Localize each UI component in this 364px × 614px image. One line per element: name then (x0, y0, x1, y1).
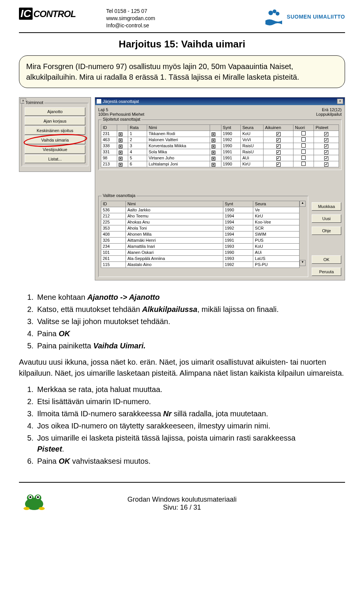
list-item[interactable]: 101Alanen Oskari1990AUi (101, 249, 300, 255)
instructions-callout: Mira Forsgren (ID-numero 97) osallistuu … (19, 55, 345, 88)
svg-point-9 (37, 496, 39, 498)
page-footer: Grodan Windows koulutusmateriaali Sivu: … (19, 483, 345, 523)
footer-line2: Sivu: 16 / 31 (49, 504, 315, 512)
frog-icon (19, 485, 49, 512)
steps-list-2: Merkkaa se rata, jota haluat muuttaa. Et… (36, 384, 345, 467)
col-header: Pisteet (314, 124, 339, 131)
table-row[interactable]: 331▾4Sola Mika▾1991RaisU✔✔ (101, 149, 339, 155)
btn-vaihda-uimaria[interactable]: Vaihda uimaria (25, 136, 85, 144)
logo-control-text: CONTROL (33, 9, 76, 19)
list-item[interactable]: 212Aho Teemu1994KirU (101, 213, 300, 219)
list-item[interactable]: 536Aalto Jarkko1990Ve (101, 207, 300, 213)
col-header: Seura (253, 201, 300, 207)
select-fieldset: Valitse osanottaja IDNimiSyntSeura 536Aa… (98, 196, 308, 277)
btn-muokkaa[interactable]: Muokkaa (312, 202, 341, 211)
dialog-close-icon[interactable]: × (337, 99, 343, 104)
btn-keskinainen[interactable]: Keskinäinen sijoitus (25, 126, 85, 135)
swimming-icon (265, 8, 283, 26)
scroll-up-icon[interactable]: ▲ (300, 201, 306, 207)
step2-3: Ilmoita tämä ID-numero sarakkeessa Nr si… (36, 408, 345, 419)
org-name: SUOMEN UIMALIITTO (287, 14, 345, 20)
footer-line1: Grodan Windows koulutusmateriaali (49, 496, 315, 504)
btn-ok[interactable]: OK (312, 255, 341, 264)
org-logo-block: SUOMEN UIMALIITTO (231, 8, 345, 26)
paragraph-mid: Avautuu uusi ikkuna, jossa näet ko. erän… (19, 357, 345, 379)
placed-fieldset: Sijoitetut osanottajat IDRataNimiSyntSeu… (98, 120, 342, 170)
col-header: Synt (221, 124, 241, 131)
step2-2: Etsi lisättävän uimarin ID-numero. (36, 396, 345, 407)
logo-ic-control: ICCONTROL (19, 8, 106, 20)
list-item[interactable]: 234Alamattila Inari1993KoU (101, 243, 300, 249)
screenshot-area: × Toiminnot Ajanotto Ajan korjaus Keskin… (19, 97, 345, 280)
col-header (117, 124, 128, 131)
list-item[interactable]: 225Ahokas Anu1994Koo-Vee (101, 219, 300, 225)
svg-point-0 (268, 11, 273, 15)
list-item[interactable]: 353Ahola Toni1992SCR (101, 225, 300, 231)
svg-point-1 (273, 9, 276, 13)
scrollbar[interactable]: ▲ ▼ (300, 201, 306, 268)
list-item[interactable]: 326Aittamäki Henri1991PUS (101, 237, 300, 243)
step2-5: Jos uimarille ei lasketa pisteitä tässä … (36, 433, 345, 455)
col-header: Synt (223, 201, 253, 207)
step1-2: Katso, että muutokset tehdään Alkukilpai… (36, 304, 345, 315)
table-row[interactable]: 338▾3Korventausta Miikka▾1990RaisU✔✔ (101, 143, 339, 149)
toiminnot-legend: Toiminnot (24, 100, 44, 105)
dialog-titlebar: Järjestä osanottajat × (95, 98, 345, 105)
toiminnot-panel: × Toiminnot Ajanotto Ajan korjaus Keskin… (19, 97, 91, 172)
btn-uusi[interactable]: Uusi (312, 214, 341, 223)
contact-info: Tel 0158 - 125 07 www.simgrodan.com Info… (106, 8, 231, 29)
col-header: Aikuinen (264, 124, 293, 131)
select-table: IDNimiSyntSeura 536Aalto Jarkko1990Ve212… (101, 201, 300, 268)
table-row[interactable]: 463▾2Halonen Valtteri▾1992VoVi✔✔ (101, 137, 339, 143)
dialog-title: Järjestä osanottajat (103, 99, 139, 104)
col-header: ID (101, 124, 117, 131)
col-header: Seura (241, 124, 264, 131)
col-header: Rata (128, 124, 147, 131)
footer-text: Grodan Windows koulutusmateriaali Sivu: … (49, 496, 315, 512)
list-item[interactable]: 261Ala-Seppälä Anniina1993LaUS (101, 255, 300, 261)
svg-point-8 (30, 496, 31, 498)
placed-legend: Sijoitetut osanottajat (102, 117, 141, 121)
btn-ajanotto[interactable]: Ajanotto (25, 107, 85, 116)
step1-1: Mene kohtaan Ajanotto -> Ajanotto (36, 292, 345, 303)
scroll-down-icon[interactable]: ▼ (300, 260, 306, 266)
table-row[interactable]: 231▾1Tikkanen Rodi▾1990KoU✔✔ (101, 131, 339, 137)
header-rule (19, 32, 345, 33)
svg-point-10 (24, 507, 30, 510)
contact-tel: Tel 0158 - 125 07 (106, 8, 231, 15)
btn-viestijoukkue[interactable]: Viestijoukkue (25, 145, 85, 154)
laji-name: 100m Perhosuinti Miehet (98, 112, 316, 117)
loppukilpailut: Loppukilpailut (316, 112, 342, 117)
table-row[interactable]: 213▾6Luhtalampi Joni▾1990KirU✔✔ (101, 161, 339, 167)
svg-point-2 (276, 12, 279, 16)
contact-web: www.simgrodan.com (106, 15, 231, 22)
step1-5: Paina painiketta Vaihda Uimari. (36, 340, 345, 351)
page-header: ICCONTROL Tel 0158 - 125 07 www.simgroda… (19, 0, 345, 29)
steps-list-1: Mene kohtaan Ajanotto -> Ajanotto Katso,… (36, 292, 345, 351)
contact-email: Info@ic-control.se (106, 22, 231, 29)
dialog-topinfo: Laji 5 100m Perhosuinti Miehet Erä 12(12… (95, 106, 345, 118)
list-item[interactable]: 115Alastalo Aino1992PS-PU (101, 261, 300, 268)
col-header: Nimi (126, 201, 223, 207)
page-title: Harjoitus 15: Vaihda uimari (19, 38, 345, 50)
step2-4: Jos oikea ID-numero on täytetty sarakkee… (36, 420, 345, 431)
btn-listat[interactable]: Listat... (25, 155, 85, 163)
svg-point-11 (39, 507, 45, 510)
btn-peruuta[interactable]: Peruuta (312, 268, 341, 276)
list-item[interactable]: 408Ahonen Milla1994SWIM (101, 231, 300, 237)
era-number: Erä 12(12) (316, 107, 342, 112)
dialog-icon (97, 99, 101, 104)
laji-number: Laji 5 (98, 107, 316, 112)
placed-table: IDRataNimiSyntSeuraAikuinenNuoriPisteet … (101, 124, 339, 167)
side-button-column: Muokkaa Uusi Ohje OK Peruuta (311, 196, 342, 277)
step1-4: Paina OK (36, 328, 345, 339)
col-header: Nuori (293, 124, 314, 131)
table-row[interactable]: 98▾5Virtanen Juho▾1991AUi✔✔ (101, 155, 339, 161)
col-header: Nimi (147, 124, 210, 131)
btn-ohje[interactable]: Ohje (312, 227, 341, 235)
step2-1: Merkkaa se rata, jota haluat muuttaa. (36, 384, 345, 395)
logo-ic-text: IC (19, 8, 33, 20)
btn-ajan-korjaus[interactable]: Ajan korjaus (25, 117, 85, 125)
col-header (210, 124, 221, 131)
step2-6: Paina OK vahvistaaksesi muutos. (36, 456, 345, 467)
